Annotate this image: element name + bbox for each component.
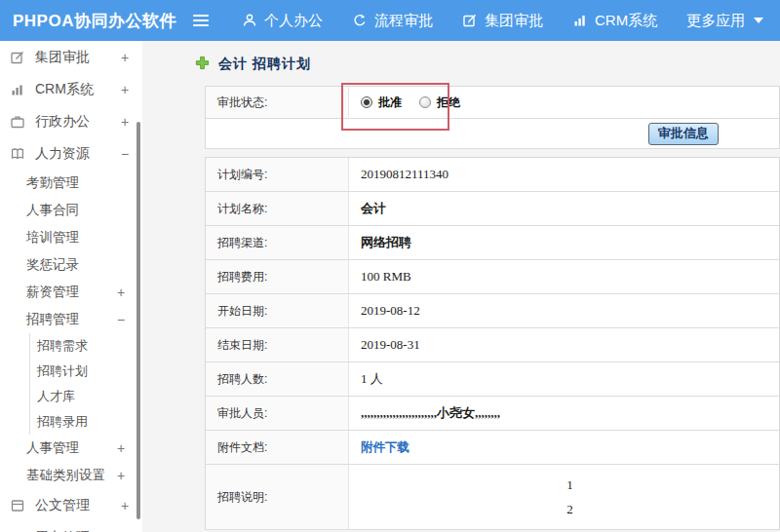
sidebar-item-recruit-mgmt[interactable]: 招聘管理 − [0,306,142,333]
field-label: 招聘渠道: [206,226,349,259]
field-value: 会计 [349,192,779,225]
sidebar-item-document-mgmt[interactable]: 公文管理 + [0,489,142,521]
sidebar-item-attendance[interactable]: 考勤管理 [0,170,142,197]
caret-down-icon [754,18,763,23]
field-label: 审批状态: [206,87,349,118]
description-line: 1 [566,475,573,496]
page-title-text: 会计 招聘计划 [218,56,311,73]
field-label: 审批人员: [206,397,349,430]
field-value: 1 人 [349,362,779,396]
radio-button-icon[interactable] [361,96,372,108]
sidebar-item-rewards[interactable]: 奖惩记录 [0,251,142,279]
field-value: 1 2 [349,465,779,529]
field-value: 2019-08-12 [349,294,779,327]
attachment-download-link[interactable]: 附件下载 [361,439,410,456]
top-header-bar: PHPOA协同办公软件 个人办公 流程审批 集团审批 [0,0,780,41]
expand-toggle[interactable]: + [121,82,142,97]
hamburger-menu-icon[interactable] [193,15,213,26]
approval-info-button[interactable]: 审批信息 [648,123,719,145]
nav-more-apps[interactable]: 更多应用 [686,12,763,30]
nav-crm-system[interactable]: CRM系统 [572,12,657,30]
field-label: 计划名称: [206,192,349,225]
sidebar-item-hr[interactable]: 人力资源 − [0,137,142,170]
table-row: 审批人员: ,,,,,,,,,,,,,,,,,,,,,,,,小尧女,,,,,,,… [206,397,779,431]
sidebar-item-base-category[interactable]: 基础类别设置 + [0,462,142,489]
book-icon [9,145,25,162]
main-content: 会计 招聘计划 审批状态: 批准 拒绝 审批信息 [142,41,780,532]
radio-button-icon[interactable] [419,96,431,108]
field-value: 20190812111340 [349,158,779,191]
sidebar-item-talent-pool[interactable]: 人才库 [29,384,142,409]
process-cycle-icon [352,13,368,28]
edit-square-icon [462,13,478,28]
nav-personal-office[interactable]: 个人办公 [242,12,323,30]
sidebar-item-recruit-hire[interactable]: 招聘录用 [29,409,142,435]
radio-reject[interactable]: 拒绝 [419,95,460,111]
sidebar-menu: 集团审批 + CRM系统 + 行政办公 + 人力资源 − 考勤管理 [0,41,142,532]
page-title: 会计 招聘计划 [195,55,780,74]
sidebar-item-personnel-mgmt[interactable]: 人事管理 + [0,435,142,462]
sidebar-item-crm[interactable]: CRM系统 + [0,73,142,105]
bar-chart-icon [572,13,588,28]
expand-toggle[interactable]: + [121,50,142,65]
radio-label: 拒绝 [437,95,460,111]
person-icon [242,13,257,28]
sidebar-item-hr-contract[interactable]: 人事合同 [0,197,142,224]
plan-detail-table: 计划编号: 20190812111340 计划名称: 会计 招聘渠道: 网络招聘… [205,157,780,530]
nav-label: 更多应用 [686,12,745,30]
field-label: 结束日期: [206,328,349,361]
radio-approve[interactable]: 批准 [361,95,402,111]
sidebar-item-salary[interactable]: 薪资管理 + [0,279,142,306]
approval-status-table: 审批状态: 批准 拒绝 审批信息 [205,86,780,149]
sidebar-item-group-approval[interactable]: 集团审批 + [0,41,142,73]
top-nav: 个人办公 流程审批 集团审批 CRM系统 更多应用 [242,12,763,30]
field-value: 100 RMB [349,260,779,293]
field-value: ,,,,,,,,,,,,,,,,,,,,,,,,小尧女,,,,,,,, [349,397,779,430]
table-row: 结束日期: 2019-08-31 [206,328,779,362]
table-row: 招聘说明: 1 2 [206,465,779,530]
description-line: 2 [566,499,573,520]
table-row: 招聘渠道: 网络招聘 [206,226,779,260]
field-label: 招聘人数: [206,362,349,396]
nav-label: 流程审批 [374,12,433,30]
sidebar-item-vehicle-mgmt[interactable]: 用车管理 + [0,521,142,532]
field-label: 计划编号: [206,158,349,191]
field-value: 2019-08-31 [349,328,779,361]
bar-chart-icon [9,81,25,97]
table-row: 附件文档: 附件下载 [206,431,779,465]
table-row: 计划名称: 会计 [206,192,779,226]
app-logo: PHPOA协同办公软件 [0,10,193,32]
table-row: 招聘费用: 100 RMB [206,260,779,294]
sidebar-item-recruit-demand[interactable]: 招聘需求 [29,333,142,359]
table-row: 计划编号: 20190812111340 [206,158,779,192]
field-label: 招聘费用: [206,260,349,293]
briefcase-icon [9,113,25,130]
table-row: 开始日期: 2019-08-12 [206,294,779,328]
nav-label: 集团审批 [485,12,543,30]
nav-label: CRM系统 [595,12,657,30]
radio-label: 批准 [378,95,402,111]
field-label: 附件文档: [206,431,349,464]
table-row: 招聘人数: 1 人 [206,362,779,397]
field-label: 开始日期: [206,294,349,327]
app-window: PHPOA协同办公软件 个人办公 流程审批 集团审批 [0,0,780,532]
add-icon [195,56,210,74]
nav-process-approval[interactable]: 流程审批 [352,12,433,30]
approval-options: 批准 拒绝 [349,87,779,118]
nav-group-approval[interactable]: 集团审批 [462,12,543,30]
sidebar-item-admin-office[interactable]: 行政办公 + [0,105,142,137]
field-value: 网络招聘 [349,226,779,259]
edit-square-icon [9,49,25,65]
sidebar-item-recruit-plan[interactable]: 招聘计划 [29,359,142,384]
field-label: 招聘说明: [206,465,349,529]
nav-label: 个人办公 [264,12,323,30]
document-icon [9,497,25,513]
sidebar-item-training[interactable]: 培训管理 [0,224,142,251]
sidebar-scrollbar[interactable] [136,122,140,519]
